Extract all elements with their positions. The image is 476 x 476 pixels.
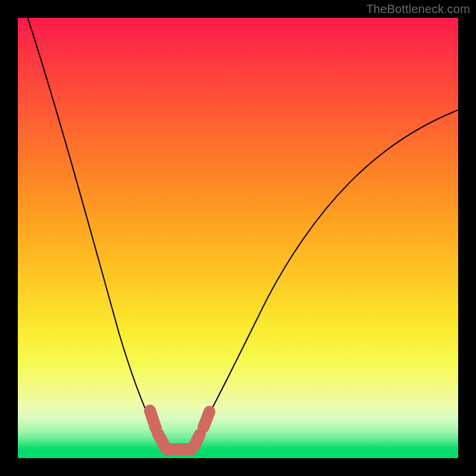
marker-seg-left-1 (150, 411, 156, 428)
marker-seg-right-1 (194, 434, 200, 446)
plot-area (18, 18, 458, 458)
chart-frame: TheBottleneck.com (0, 0, 476, 476)
marker-seg-right-2 (203, 412, 209, 427)
watermark-text: TheBottleneck.com (366, 2, 470, 16)
bottleneck-curve (24, 18, 458, 446)
chart-svg (18, 18, 458, 458)
valley-marker (150, 411, 209, 449)
